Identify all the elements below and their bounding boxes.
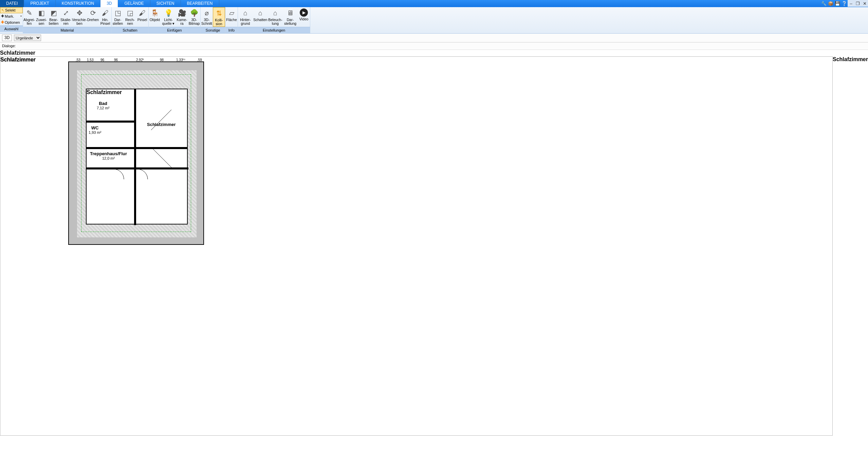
verschieben-button[interactable]: ✥Verschie-ben bbox=[72, 7, 87, 27]
group-material: ✎Abgrei-fen ◧Zuwei-sen ◩Bear-beiten ⤢Ska… bbox=[23, 7, 112, 33]
bitmap3d-button[interactable]: 🌳3D-Bitmap bbox=[188, 7, 200, 27]
group-sonstige-label: Sonstige bbox=[201, 27, 225, 33]
group-einstellungen: ⌂Hinter-grund ⌂Schatten ⌂Beleuch-tung 🖥D… bbox=[238, 7, 310, 33]
rechnen-button[interactable]: ◲Rech-nen bbox=[124, 7, 136, 27]
flaeche-button[interactable]: ▱Fläche bbox=[225, 7, 238, 27]
darstellen-button[interactable]: ◳Dar-stellen bbox=[112, 7, 124, 27]
group-einstellungen-label: Einstellungen bbox=[238, 27, 310, 33]
group-schatten: ◳Dar-stellen ◲Rech-nen 🖌Pinsel Schatten bbox=[112, 7, 149, 33]
auswahl-label: Auswahl bbox=[0, 25, 23, 32]
zuweisen-button[interactable]: ◧Zuwei-sen bbox=[35, 7, 48, 27]
dialog-bar: Dialoge: bbox=[0, 42, 868, 50]
skalieren-button[interactable]: ⤢Skalie-ren bbox=[60, 7, 72, 27]
darstellung-button[interactable]: 🖥Dar-stellung bbox=[283, 7, 298, 27]
group-info: ▱Fläche Info bbox=[225, 7, 238, 33]
room-wc: WC1,93 m² bbox=[89, 125, 101, 134]
group-info-label: Info bbox=[225, 27, 238, 33]
tab-datei[interactable]: DATEI bbox=[0, 0, 24, 7]
room-bad: Bad7,12 m² bbox=[97, 101, 109, 110]
tool-wrench-icon[interactable]: 🔧 bbox=[820, 0, 827, 7]
window-restore-icon[interactable]: ❐ bbox=[854, 0, 861, 7]
tab-konstruktion[interactable]: KONSTRUKTION bbox=[56, 0, 100, 7]
mode-3d-label: 3D bbox=[2, 35, 12, 41]
room-flur: Treppenhaus/Flur12,0 m² bbox=[90, 151, 127, 160]
video-button[interactable]: ▶Video bbox=[298, 7, 310, 27]
optionen-button[interactable]: ✚Optionen bbox=[0, 19, 23, 25]
pane-2d[interactable]: ,53 1,53 96 96 2,92⁵ 98 1,33⁵¹ ,59 2,13 … bbox=[0, 56, 833, 436]
hintergrund-button[interactable]: ⌂Hinter-grund bbox=[238, 7, 253, 27]
tool-package-icon[interactable]: 📦 bbox=[827, 0, 834, 7]
objekt-button[interactable]: 🪑Objekt bbox=[149, 7, 161, 27]
workspace: ,53 1,53 96 96 2,92⁵ 98 1,33⁵¹ ,59 2,13 … bbox=[0, 56, 868, 436]
group-einfuegen: 🪑Objekt 💡Licht-quelle ▾ 🎥Kame-ra 🌳3D-Bit… bbox=[149, 7, 201, 33]
beleuchtung-button[interactable]: ⌂Beleuch-tung bbox=[268, 7, 283, 27]
schatten-setting-button[interactable]: ⌂Schatten bbox=[253, 7, 268, 27]
terrain-select[interactable]: Urgelände bbox=[14, 35, 41, 41]
schnitt3d-button[interactable]: ⌀3D-Schnitt bbox=[201, 7, 213, 27]
tab-gelaende[interactable]: GELÄNDE bbox=[118, 0, 150, 7]
selekt-button[interactable]: ↖Selekt bbox=[0, 7, 23, 13]
kollision-button[interactable]: ⇅Kolli-sion bbox=[213, 7, 225, 27]
group-schatten-label: Schatten bbox=[112, 27, 148, 33]
tab-projekt[interactable]: PROJEKT bbox=[24, 0, 55, 7]
help-icon[interactable]: ❔ bbox=[841, 0, 848, 7]
group-material-label: Material bbox=[23, 27, 111, 33]
room-schlaf: Schlafzimmer bbox=[147, 122, 176, 127]
ribbon: ↖Selekt ✚Mark.▾ ✚Optionen Auswahl ✎Abgre… bbox=[0, 7, 868, 34]
plan-rooms: Bad7,12 m² WC1,93 m² Treppenhaus/Flur12,… bbox=[86, 89, 188, 224]
kamera-button[interactable]: 🎥Kame-ra bbox=[176, 7, 188, 27]
lichtquelle-button[interactable]: 💡Licht-quelle ▾ bbox=[161, 7, 176, 27]
group-einfuegen-label: Einfügen bbox=[149, 27, 200, 33]
plan-outline: Bad7,12 m² WC1,93 m² Treppenhaus/Flur12,… bbox=[68, 61, 204, 245]
drehen-button[interactable]: ⟳Drehen bbox=[87, 7, 99, 27]
group-sonstige: ⌀3D-Schnitt ⇅Kolli-sion Sonstige bbox=[201, 7, 225, 33]
hintergrund-pinsel-button[interactable]: 🖌Hin.Pinsel bbox=[99, 7, 111, 27]
bearbeiten-button[interactable]: ◩Bear-beiten bbox=[48, 7, 60, 27]
menu-bar: DATEI PROJEKT KONSTRUKTION 3D GELÄNDE SI… bbox=[0, 0, 868, 7]
tab-sichten[interactable]: SICHTEN bbox=[150, 0, 181, 7]
abgreifen-button[interactable]: ✎Abgrei-fen bbox=[23, 7, 35, 27]
mode-toolbar: 3D Urgelände bbox=[0, 34, 868, 42]
mark-button[interactable]: ✚Mark.▾ bbox=[0, 13, 23, 19]
window-close-icon[interactable]: ✕ bbox=[861, 0, 868, 7]
ribbon-side: ↖Selekt ✚Mark.▾ ✚Optionen Auswahl bbox=[0, 7, 23, 33]
tab-bearbeiten[interactable]: BEARBEITEN bbox=[181, 0, 219, 7]
pinsel-button[interactable]: 🖌Pinsel bbox=[136, 7, 148, 27]
tab-3d[interactable]: 3D bbox=[100, 0, 118, 7]
window-minimize-icon[interactable]: – bbox=[848, 0, 854, 7]
tool-save-icon[interactable]: 💾 bbox=[834, 0, 841, 7]
